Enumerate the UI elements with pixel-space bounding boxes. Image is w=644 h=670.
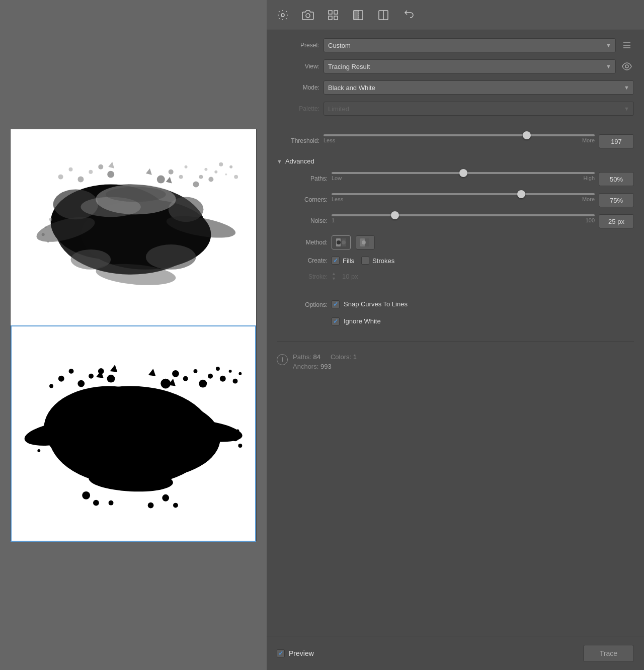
svg-point-84 (306, 14, 310, 18)
corners-slider-track[interactable] (332, 193, 595, 195)
svg-point-79 (37, 449, 40, 452)
half-square-icon[interactable] (350, 7, 366, 23)
undo-icon[interactable] (400, 7, 417, 23)
noise-slider-thumb[interactable] (391, 211, 399, 219)
colors-stat-value: 1 (353, 353, 357, 361)
corners-input[interactable] (599, 193, 634, 207)
info-icon[interactable]: i (277, 354, 288, 365)
svg-point-99 (337, 240, 341, 244)
right-panel: Preset: Custom ▼ View: Tracing Result ▼ (267, 0, 644, 670)
grid-icon[interactable] (325, 7, 341, 23)
palette-dropdown: Limited ▼ (324, 102, 634, 116)
gear-icon[interactable] (275, 7, 291, 23)
strokes-checkbox[interactable] (361, 257, 369, 265)
svg-rect-85 (329, 11, 332, 14)
view-label: View: (277, 63, 319, 70)
svg-point-15 (208, 177, 213, 182)
svg-point-23 (89, 170, 93, 174)
svg-point-8 (157, 176, 165, 184)
method-overlapping-button[interactable] (356, 235, 375, 249)
threshold-slider-track[interactable] (324, 134, 595, 136)
view-arrow-icon: ▼ (606, 63, 611, 69)
svg-point-9 (169, 170, 174, 175)
stroke-label: Stroke: (285, 273, 328, 280)
corners-row: Corners: Less More (277, 193, 634, 207)
create-label: Create: (285, 257, 328, 264)
bottom-bar: Preview Trace (267, 636, 644, 670)
noise-label: Noise: (285, 217, 328, 224)
noise-input[interactable] (599, 214, 634, 228)
camera-icon[interactable] (300, 7, 316, 23)
svg-point-7 (146, 244, 196, 270)
view-row: View: Tracing Result ▼ (277, 59, 634, 73)
threshold-label: Threshold: (277, 137, 319, 144)
noise-max-label: 100 (586, 217, 595, 223)
paths-slider-container: Low High (332, 172, 595, 181)
svg-point-71 (82, 491, 90, 499)
preset-value: Custom (328, 42, 351, 49)
preset-row: Preset: Custom ▼ (277, 38, 634, 52)
corners-slider-thumb[interactable] (517, 190, 525, 198)
trace-button[interactable]: Trace (583, 645, 634, 662)
svg-point-10 (179, 175, 183, 179)
preset-dropdown[interactable]: Custom ▼ (324, 38, 616, 52)
threshold-slider-labels: Less More (324, 137, 595, 143)
threshold-slider-thumb[interactable] (523, 131, 531, 139)
threshold-input[interactable] (599, 134, 634, 148)
svg-point-12 (193, 182, 199, 188)
svg-rect-86 (334, 11, 338, 14)
mode-value: Black and White (328, 84, 375, 92)
options-row: Options: Snap Curves To Lines Ignore Whi… (277, 300, 634, 330)
svg-point-60 (107, 375, 115, 383)
create-row: Create: Fills Strokes (277, 257, 634, 265)
svg-point-64 (69, 369, 74, 374)
svg-point-56 (220, 376, 226, 382)
stroke-spinner: ▲ ▼ (332, 272, 336, 282)
svg-rect-90 (354, 11, 358, 20)
noise-row: Noise: 1 100 (277, 214, 634, 228)
snap-curves-row: Snap Curves To Lines (332, 300, 408, 308)
method-abutting-button[interactable] (332, 235, 351, 249)
canvas-wrapper (10, 129, 257, 541)
svg-point-66 (49, 384, 53, 388)
svg-point-21 (107, 171, 114, 178)
svg-point-39 (106, 187, 166, 202)
preset-list-icon[interactable] (620, 38, 634, 52)
paths-input[interactable] (599, 172, 634, 186)
palette-arrow-icon: ▼ (624, 106, 629, 112)
paths-slider-track[interactable] (332, 172, 595, 174)
info-section: i Paths: 84 Colors: 1 Anchors: 993 (277, 353, 634, 370)
split-view-icon[interactable] (375, 7, 391, 23)
palette-row: Palette: Limited ▼ (277, 102, 634, 116)
paths-stat-label: Paths: (293, 353, 311, 361)
corners-slider-container: Less More (332, 193, 595, 202)
snap-curves-checkbox[interactable] (332, 300, 340, 308)
noise-min-label: 1 (332, 217, 335, 223)
stroke-value: 10 px (342, 273, 358, 280)
svg-point-55 (216, 367, 220, 371)
paths-slider-thumb[interactable] (459, 169, 467, 177)
threshold-less-label: Less (324, 137, 335, 143)
anchors-stat-label: Anchors: (293, 363, 318, 370)
paths-low-label: Low (332, 175, 342, 181)
ignore-white-checkbox[interactable] (332, 317, 340, 325)
noise-slider-track[interactable] (332, 214, 595, 216)
preview-label: Preview (289, 649, 314, 657)
preview-checkbox[interactable] (277, 649, 285, 657)
info-row-1: Paths: 84 Colors: 1 (293, 353, 357, 361)
eye-icon[interactable] (620, 59, 634, 73)
svg-rect-88 (334, 16, 338, 20)
svg-point-82 (236, 429, 239, 432)
view-dropdown[interactable]: Tracing Result ▼ (324, 59, 616, 73)
fills-label: Fills (343, 257, 354, 265)
svg-point-100 (342, 240, 346, 244)
options-label: Options: (285, 301, 328, 308)
divider-2 (277, 293, 634, 293)
stroke-row: Stroke: ▲ ▼ 10 px (277, 272, 634, 282)
svg-point-74 (173, 503, 178, 508)
fills-checkbox[interactable] (332, 257, 340, 265)
mode-dropdown[interactable]: Black and White ▼ (324, 80, 634, 95)
noise-slider-labels: 1 100 (332, 217, 595, 223)
advanced-triangle-icon[interactable]: ▼ (277, 158, 282, 164)
corners-less-label: Less (332, 196, 343, 202)
